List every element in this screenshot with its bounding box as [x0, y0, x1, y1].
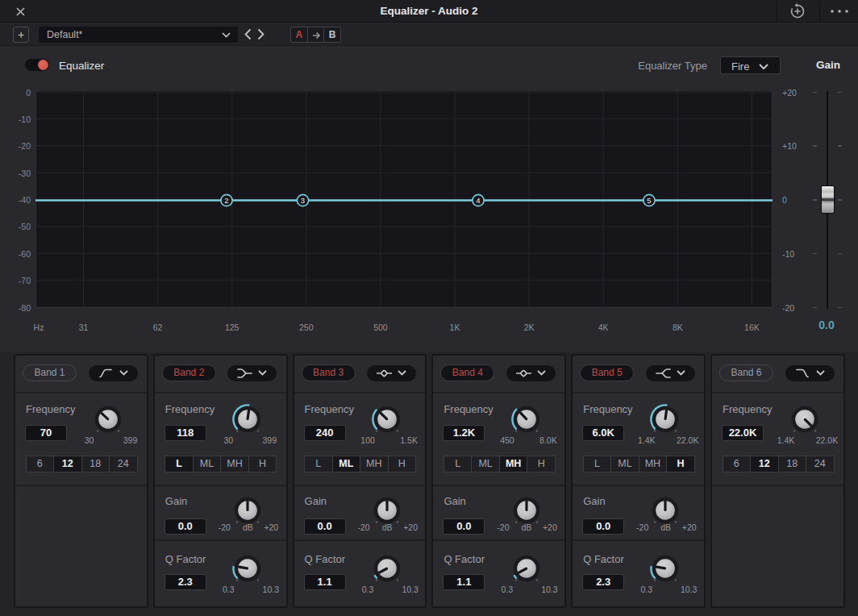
svg-text:3: 3	[301, 196, 305, 205]
svg-text:2: 2	[224, 196, 228, 205]
svg-text:5: 5	[647, 196, 651, 205]
svg-text:4: 4	[476, 196, 480, 205]
